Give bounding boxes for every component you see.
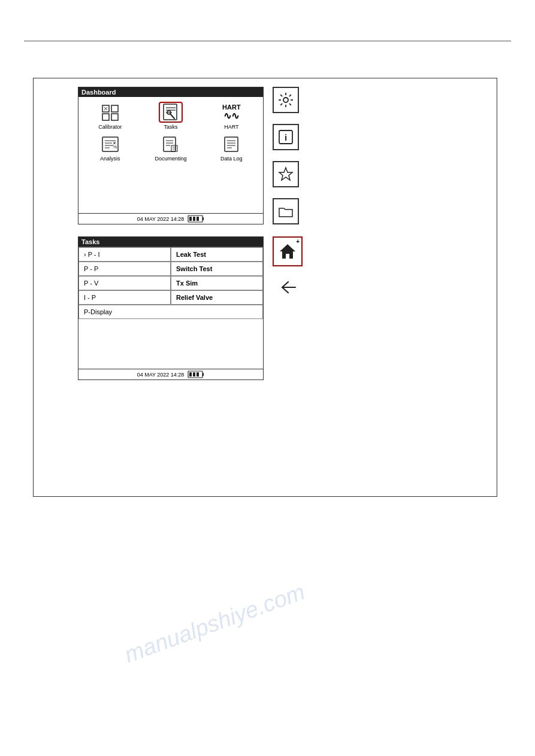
dashboard-item-calibrator[interactable]: Calibrator [81, 102, 138, 130]
svg-rect-33 [202, 217, 204, 220]
task-cell-reliefvalve[interactable]: Relief Valve [171, 290, 263, 305]
hart-text-label: HART [222, 104, 241, 111]
favorites-icon[interactable] [273, 161, 299, 187]
tasks-title: Tasks [78, 237, 263, 247]
dashboard-item-tasks[interactable]: Tasks [142, 102, 199, 130]
svg-text:i: i [285, 132, 287, 142]
svg-marker-48 [279, 168, 292, 180]
svg-rect-53 [197, 372, 199, 377]
svg-line-44 [289, 95, 291, 96]
svg-rect-3 [111, 114, 118, 120]
hart-icon: HART ∿∿ [219, 102, 243, 123]
dashboard-battery [188, 215, 204, 223]
dashboard-item-analysis[interactable]: % Analysis [81, 133, 138, 162]
task-pi-label: P - I [88, 251, 100, 258]
task-ip-label: I - P [84, 294, 96, 301]
tasks-battery [188, 371, 204, 378]
tasks-datetime: 04 MAY 2022 14:28 [137, 372, 185, 378]
dashboard-title: Dashboard [78, 87, 263, 97]
calibrator-label: Calibrator [98, 124, 122, 130]
svg-line-42 [280, 95, 282, 96]
svg-rect-2 [102, 114, 109, 120]
svg-rect-27 [225, 137, 238, 151]
settings-icon[interactable] [273, 87, 299, 113]
watermark: manualpshiye.com [121, 579, 308, 668]
task-pp-label: P - P [84, 265, 98, 272]
tasks-label: Tasks [164, 124, 177, 130]
hart-label: HART [224, 124, 238, 130]
task-txsim-label: Tx Sim [176, 280, 198, 287]
svg-rect-34 [189, 217, 192, 221]
svg-rect-1 [111, 105, 118, 112]
analysis-label: Analysis [100, 156, 120, 162]
dashboard-item-hart[interactable]: HART ∿∿ HART [203, 102, 260, 130]
svg-line-45 [280, 104, 282, 105]
task-leaktest-label: Leak Test [176, 251, 206, 258]
documenting-label: Documenting [155, 156, 186, 162]
svg-text:%: % [113, 145, 117, 149]
task-cell-ip[interactable]: I - P [78, 290, 171, 305]
svg-line-10 [170, 114, 174, 119]
task-cell-pp[interactable]: P - P [78, 262, 171, 276]
hart-wave-icon: ∿∿ [222, 111, 241, 122]
task-cell-pv[interactable]: P - V [78, 276, 171, 290]
dashboard-datetime: 04 MAY 2022 14:28 [137, 216, 185, 222]
task-cell-pdisplay[interactable]: P-Display [78, 305, 263, 319]
task-pv-label: P - V [84, 280, 98, 287]
dashboard-screen: Dashboard Calibrator [78, 87, 264, 224]
svg-rect-36 [197, 217, 199, 221]
svg-rect-51 [189, 372, 192, 377]
tasks-icon [159, 102, 183, 123]
analysis-icon: % [98, 133, 122, 154]
svg-marker-54 [280, 244, 295, 259]
task-reliefvalve-label: Relief Valve [176, 294, 213, 301]
info-icon[interactable]: i [273, 124, 299, 150]
datalog-label: Data Log [220, 156, 243, 162]
dashboard-sidebar: i [273, 87, 299, 224]
folder-icon[interactable] [273, 198, 299, 224]
dashboard-item-datalog[interactable]: Data Log [203, 133, 260, 162]
tasks-sidebar: + [273, 236, 303, 302]
task-switchtest-label: Switch Test [176, 265, 212, 272]
tasks-grid: › P - I Leak Test P - P Switch Test P - … [78, 247, 263, 319]
task-pdisplay-label: P-Display [84, 308, 112, 315]
dashboard-footer: 04 MAY 2022 14:28 [78, 213, 263, 224]
task-cell-leaktest[interactable]: Leak Test [171, 247, 263, 262]
tasks-screen: Tasks › P - I Leak Test P - P Switch Tes… [78, 236, 264, 380]
back-button[interactable] [273, 272, 303, 302]
svg-point-37 [283, 98, 288, 102]
svg-rect-50 [202, 373, 204, 376]
svg-line-43 [289, 104, 291, 105]
task-cell-switchtest[interactable]: Switch Test [171, 262, 263, 276]
dashboard-item-documenting[interactable]: Documenting [142, 133, 199, 162]
top-divider [24, 41, 511, 41]
dashboard-grid: Calibrator Tasks HART [78, 97, 263, 165]
svg-rect-6 [164, 104, 177, 120]
home-button[interactable]: + [273, 236, 303, 266]
plus-icon: + [296, 238, 300, 245]
arrow-icon: › [84, 251, 86, 258]
datalog-icon [219, 133, 243, 154]
svg-rect-24 [171, 145, 177, 151]
tasks-footer: 04 MAY 2022 14:28 [78, 369, 263, 379]
svg-rect-35 [193, 217, 195, 221]
documenting-icon [159, 133, 183, 154]
task-cell-txsim[interactable]: Tx Sim [171, 276, 263, 290]
task-cell-pi[interactable]: › P - I [78, 247, 171, 262]
calibrator-icon [98, 102, 122, 123]
svg-rect-52 [193, 372, 195, 377]
svg-rect-12 [102, 137, 118, 151]
